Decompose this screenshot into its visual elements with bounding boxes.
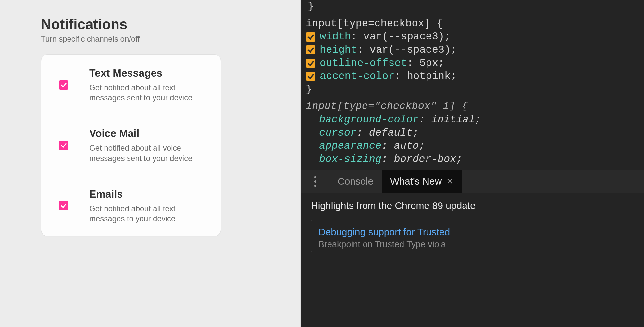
css-property: appearance [319,139,381,153]
css-rule-author: input[type=checkbox] { width: var(--spac… [306,13,641,96]
setting-text-block: Emails Get notified about all text messa… [89,188,196,224]
tab-console[interactable]: Console [329,170,382,193]
setting-row-voice-mail: Voice Mail Get notified about all voice … [41,115,221,176]
page-title: Notifications [41,16,261,34]
drawer-tabbar: Console What's New ✕ [301,170,644,193]
close-brace: } [306,83,312,95]
css-property[interactable]: height [320,43,357,57]
css-value[interactable]: var(--space3) [370,43,451,57]
news-subtitle: Breakpoint on Trusted Type viola [318,239,627,249]
css-selector-ua: input[type="checkbox" i] { [306,100,468,112]
css-value[interactable]: hotpink [407,70,451,83]
setting-title: Text Messages [89,67,196,82]
setting-text-block: Voice Mail Get notified about all voice … [89,127,196,163]
css-rule-useragent: input[type="checkbox" i] { background-co… [306,96,641,166]
css-value: default [369,127,413,140]
close-icon[interactable]: ✕ [446,176,453,187]
checkbox-emails[interactable] [59,201,68,210]
notifications-card: Text Messages Get notified about all tex… [41,54,221,236]
tab-whats-new[interactable]: What's New ✕ [382,170,462,193]
checkbox-text-messages[interactable] [59,80,68,90]
tab-label: What's New [390,176,442,187]
css-value: auto [394,139,419,153]
css-property[interactable]: width [320,30,351,43]
setting-row-text-messages: Text Messages Get notified about all tex… [41,55,221,115]
css-value: initial [431,113,475,127]
news-link[interactable]: Debugging support for Trusted [318,226,627,239]
page-preview-pane: Notifications Turn specific channels on/… [0,0,301,327]
page-subtitle: Turn specific channels on/off [41,34,261,54]
css-property[interactable]: outline-offset [320,57,407,70]
css-rule-prev-tail: } [306,0,641,13]
devtools-pane: } input[type=checkbox] { width: var(--sp… [301,0,644,327]
drawer-body: Highlights from the Chrome 89 update Deb… [301,193,644,327]
setting-title: Voice Mail [89,127,196,143]
kebab-menu-icon[interactable] [310,175,320,188]
css-selector[interactable]: input[type=checkbox] { [306,18,443,30]
close-brace: } [306,0,314,12]
css-toggle-checkbox[interactable] [306,45,315,54]
css-declaration[interactable]: accent-color: hotpink; [306,70,641,83]
css-toggle-checkbox[interactable] [306,72,315,81]
setting-description: Get notified about all voice messages se… [89,143,196,163]
css-declaration[interactable]: height: var(--space3); [306,43,641,57]
css-toggle-checkbox[interactable] [306,59,315,68]
css-declaration-ua: background-color: initial; [306,113,641,127]
news-card: Debugging support for Trusted Breakpoint… [311,220,634,252]
css-property: box-sizing [319,153,381,166]
tab-label: Console [338,176,373,187]
css-declaration[interactable]: width: var(--space3); [306,30,641,43]
css-value[interactable]: var(--space3) [363,30,444,43]
whats-new-heading: Highlights from the Chrome 89 update [311,200,634,220]
css-declaration-ua: appearance: auto; [306,139,641,153]
setting-description: Get notified about all text messages sen… [89,82,196,103]
css-declaration-ua: box-sizing: border-box; [306,153,641,166]
css-property: background-color [319,113,419,127]
setting-row-emails: Emails Get notified about all text messa… [41,176,221,236]
checkbox-voice-mail[interactable] [59,141,68,150]
css-toggle-checkbox[interactable] [306,32,315,42]
css-property[interactable]: accent-color [320,70,394,83]
css-value: border-box [394,153,456,166]
setting-title: Emails [89,188,196,203]
css-value[interactable]: 5px [419,57,438,70]
css-declaration[interactable]: outline-offset: 5px; [306,57,641,70]
app-root: Notifications Turn specific channels on/… [0,0,644,327]
css-property: cursor [319,127,356,140]
setting-description: Get notified about all text messages to … [89,203,196,224]
setting-text-block: Text Messages Get notified about all tex… [89,67,196,103]
css-declaration-ua: cursor: default; [306,127,641,140]
styles-pane[interactable]: } input[type=checkbox] { width: var(--sp… [301,0,644,170]
